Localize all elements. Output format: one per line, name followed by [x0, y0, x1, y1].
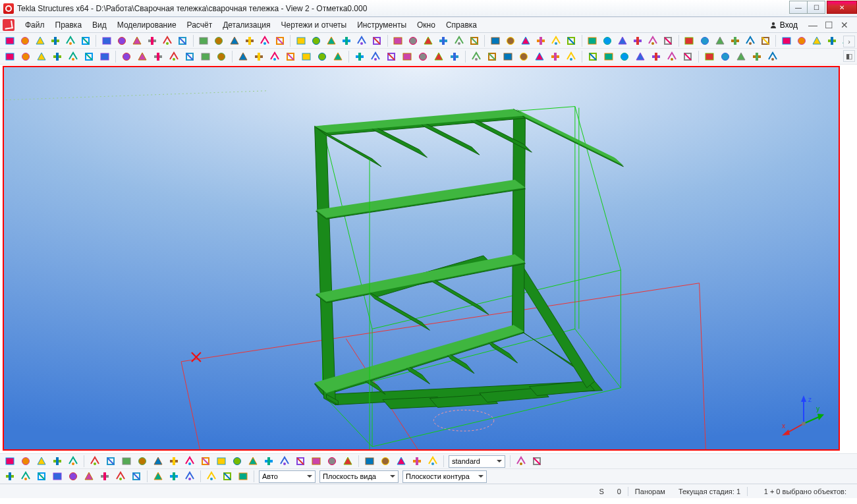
clipboard-icon[interactable] [340, 34, 354, 47]
side-expand-icon[interactable]: › [843, 36, 855, 47]
lock-icon[interactable] [66, 455, 80, 468]
mirror-icon[interactable] [631, 34, 645, 47]
circle-a-icon[interactable] [750, 50, 764, 63]
close-button[interactable]: ✕ [827, 1, 857, 14]
undo-arc-icon[interactable] [161, 34, 175, 47]
profile-l-icon[interactable] [50, 50, 65, 63]
sel-b-icon[interactable] [378, 455, 393, 468]
dimension-icon[interactable] [355, 34, 369, 47]
user-icon[interactable] [825, 34, 839, 47]
point-a-icon[interactable] [516, 50, 531, 63]
contour-plane-combo[interactable]: Плоскости контура [402, 470, 487, 483]
stack-icon[interactable] [99, 34, 113, 47]
select-icon[interactable] [197, 34, 211, 47]
snap-inter-icon[interactable] [680, 50, 695, 63]
sel-e-icon[interactable] [426, 455, 440, 468]
brace-icon[interactable] [267, 50, 282, 63]
snap-c-icon[interactable] [698, 34, 711, 47]
work-plane-combo[interactable]: Плоскость вида [319, 470, 399, 483]
grid-d-icon[interactable] [518, 34, 532, 47]
snap-end-icon[interactable] [718, 50, 733, 63]
side-cube-icon[interactable]: ◧ [843, 50, 855, 62]
panel-a-icon[interactable] [3, 50, 17, 63]
grid-b-icon[interactable] [488, 34, 502, 47]
panel-1-icon[interactable] [204, 470, 219, 483]
check-icon[interactable] [113, 470, 128, 483]
paste-icon[interactable] [324, 34, 338, 47]
box3d-icon[interactable] [115, 34, 129, 47]
group-orange-icon[interactable] [50, 455, 65, 468]
new-file-icon[interactable] [3, 34, 16, 47]
vert-icon[interactable] [299, 50, 314, 63]
cursor-icon[interactable] [3, 455, 17, 468]
undo-icon[interactable] [130, 34, 144, 47]
shade-f-icon[interactable] [198, 455, 213, 468]
profile-c-icon[interactable] [119, 50, 134, 63]
profile-z-icon[interactable] [135, 50, 150, 63]
snap-perp-icon[interactable] [734, 50, 748, 63]
shade-k-icon[interactable] [277, 455, 292, 468]
diameter-icon[interactable] [391, 34, 405, 47]
menu-modeling[interactable]: Моделирование [112, 18, 182, 32]
anchor-icon[interactable] [315, 50, 329, 63]
panel-b-icon[interactable] [18, 50, 33, 63]
grid-a-icon[interactable] [467, 34, 481, 47]
conn-c-icon[interactable] [400, 50, 414, 63]
3d-viewport[interactable]: z x y [3, 66, 840, 451]
menu-edit[interactable]: Правка [50, 18, 88, 32]
color-a-icon[interactable] [309, 455, 323, 468]
bolt-d-icon[interactable] [485, 50, 499, 63]
tree-b-icon[interactable] [34, 455, 49, 468]
cube-b-icon[interactable] [758, 34, 772, 47]
conn-b-icon[interactable] [384, 50, 399, 63]
sel-a-icon[interactable] [362, 455, 377, 468]
column-icon[interactable] [236, 50, 250, 63]
pattern-icon[interactable] [601, 50, 616, 63]
snap-mid-icon[interactable] [702, 50, 717, 63]
section-icon[interactable] [447, 50, 462, 63]
plate-icon[interactable] [167, 50, 181, 63]
rect-v-icon[interactable] [258, 34, 271, 47]
layers-icon[interactable] [78, 34, 92, 47]
menu-help[interactable]: Справка [441, 18, 482, 32]
truck-icon[interactable] [810, 34, 824, 47]
color-b-icon[interactable] [325, 455, 339, 468]
menu-file[interactable]: Файл [20, 18, 50, 32]
shade-j-icon[interactable] [262, 455, 276, 468]
cursor-icon[interactable] [3, 470, 17, 483]
apply-icon[interactable] [530, 455, 544, 468]
box-b-icon[interactable] [34, 470, 49, 483]
menu-drawings[interactable]: Чертежи и отчеты [276, 18, 352, 32]
shade-d-icon[interactable] [167, 455, 181, 468]
redo-icon[interactable] [146, 34, 159, 47]
red-flag-icon[interactable] [794, 34, 808, 47]
rotate-cw-icon[interactable] [437, 34, 451, 47]
shade-c-icon[interactable] [151, 455, 165, 468]
rotate-ccw-icon[interactable] [452, 34, 466, 47]
cut-plane-icon[interactable] [616, 34, 630, 47]
offset-icon[interactable] [586, 50, 600, 63]
line-h-icon[interactable] [549, 34, 563, 47]
weld-b-icon[interactable] [214, 50, 229, 63]
menu-analysis[interactable]: Расчёт [182, 18, 218, 32]
shade-e-icon[interactable] [182, 455, 197, 468]
bolt-e-icon[interactable] [501, 50, 515, 63]
arc-beam-icon[interactable] [283, 50, 298, 63]
detail-icon[interactable] [422, 34, 435, 47]
snap-a-icon[interactable] [661, 34, 675, 47]
grid-tool-icon[interactable] [532, 50, 547, 63]
snap-mode-combo[interactable]: Авто [259, 470, 316, 483]
conn-a-icon[interactable] [368, 50, 383, 63]
grid-e-icon[interactable] [534, 34, 547, 47]
bolt-b-icon[interactable] [431, 50, 446, 63]
eye-icon[interactable] [129, 470, 144, 483]
minimize-button[interactable]: — [789, 1, 808, 14]
shade-h-icon[interactable] [230, 455, 244, 468]
copy-icon[interactable] [236, 470, 250, 483]
login-button[interactable]: Вход [764, 20, 803, 30]
paint-icon[interactable] [227, 34, 241, 47]
sel-d-icon[interactable] [410, 455, 424, 468]
app-minimize-icon[interactable]: — [808, 20, 817, 30]
profile-plate-icon[interactable] [82, 50, 96, 63]
shade-l-icon[interactable] [293, 455, 308, 468]
